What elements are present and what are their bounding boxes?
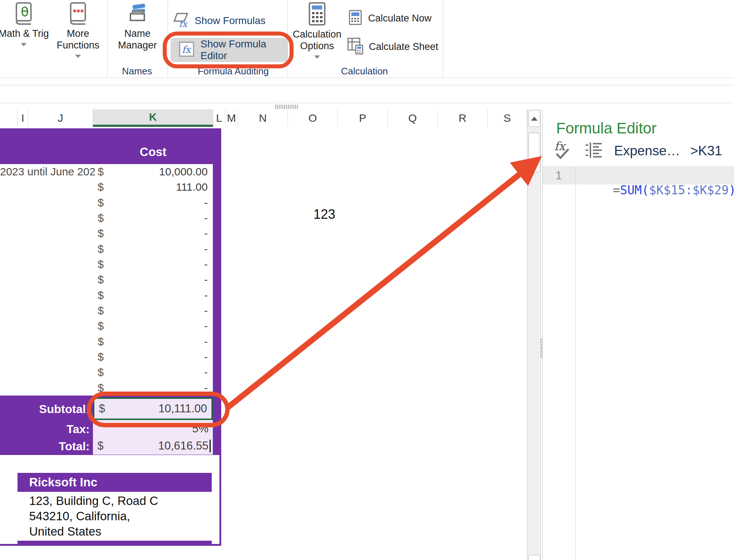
more-functions-icon [67,1,89,28]
invoice-row[interactable]: $- [0,303,213,318]
invoice-row-currency: $ [98,288,104,303]
formula-editor-toolbar: fx Expense…>K31 [554,141,722,161]
subtotal-label-cell[interactable]: Subtotal: [0,402,90,416]
vertical-scrollbar[interactable] [527,109,541,560]
calculate-now-button[interactable]: Calculate Now [348,9,432,27]
tax-value-cell[interactable]: 5% [93,420,213,437]
invoice-row-label [0,257,95,272]
invoice-row[interactable]: $- [0,365,213,380]
column-header-J[interactable]: J [28,109,93,127]
column-header-partial[interactable] [0,109,17,127]
column-header-M[interactable]: M [225,109,238,127]
calculate-now-label: Calculate Now [368,12,432,24]
cell-reference[interactable]: Expense…>K31 [614,143,722,159]
invoice-row[interactable]: $- [0,241,213,257]
invoice-row-label [0,241,95,257]
column-header-L[interactable]: L [213,109,225,127]
calculate-sheet-icon [347,37,364,56]
invoice-row-value: - [109,349,208,365]
invoice-row-value: - [109,380,208,396]
invoice-row-label [0,288,95,303]
column-header-O[interactable]: O [288,109,338,127]
sheet-area[interactable]: Cost 2023 until June 2023$10,000.00$111.… [0,127,527,560]
invoice-cost-header-cell[interactable]: Cost [93,128,213,164]
column-header-S[interactable]: S [488,109,527,127]
invoice-row-value: - [109,226,208,241]
subtotal-value-cell[interactable]: $ 10,111.00 [93,397,213,420]
invoice-row[interactable]: $- [0,318,213,334]
column-header-K[interactable]: K [93,109,213,127]
math-trig-button[interactable]: θ Math & Trig [0,1,51,46]
column-header-N[interactable]: N [238,109,288,127]
ribbon-divider [443,0,443,78]
invoice-row-value: - [109,210,208,226]
stray-cell[interactable]: 123 [313,207,335,222]
function-list-icon[interactable] [584,142,603,160]
invoice-row[interactable]: $- [0,380,213,396]
invoice-row[interactable]: $- [0,349,213,365]
column-header-I[interactable]: I [17,109,28,127]
svg-text:fx: fx [179,19,188,28]
ribbon-divider [168,0,168,78]
group-label-names: Names [108,66,166,77]
invoice-row-value: - [109,257,208,272]
invoice-row[interactable]: $- [0,257,213,272]
total-value-cell[interactable]: $ 10,616.55 [93,437,213,455]
subtotal-currency: $ [99,399,105,419]
invoice-row-label [0,303,95,318]
invoice-row[interactable]: $111.00 [0,179,213,195]
fx-check-icon[interactable]: fx [554,141,573,161]
invoice-row[interactable]: 2023 until June 2023$10,000.00 [0,164,213,179]
name-manager-button[interactable]: Name Manager [114,1,161,51]
column-header-P[interactable]: P [338,109,388,127]
invoice-row-label [0,334,95,349]
formula-text[interactable]: =SUM($K$15:$K$29) [584,169,734,211]
scrollbar-thumb[interactable] [528,133,540,172]
pane-split-handle[interactable] [275,105,298,109]
calculation-options-button[interactable]: Calculation Options [290,1,344,59]
invoice-row-label [0,318,95,334]
total-label-cell[interactable]: Total: [0,440,90,453]
calculate-sheet-button[interactable]: Calculate Sheet [347,37,438,56]
invoice-row-currency: $ [98,164,104,179]
invoice-row-currency: $ [98,318,104,334]
show-formula-editor-button[interactable]: fx Show Formula Editor [171,38,288,62]
company-address-line1[interactable]: 123, Building C, Road C [29,494,158,508]
company-address-line2[interactable]: 543210, California, [29,509,130,523]
invoice-row[interactable]: $- [0,334,213,349]
formula-line-number: 1 [543,169,575,182]
show-formulas-label: Show Formulas [195,15,266,27]
svg-text:fx: fx [182,44,192,55]
show-formula-editor-icon: fx [179,41,195,59]
company-address-line3[interactable]: United States [29,525,101,538]
invoice-row-label: 2023 until June 2023 [0,164,95,179]
column-header-R[interactable]: R [438,109,488,127]
invoice-row[interactable]: $- [0,210,213,226]
column-header-Q[interactable]: Q [388,109,438,127]
invoice-row-value: - [109,334,208,349]
show-formulas-button[interactable]: fx Show Formulas [173,12,266,30]
invoice-row[interactable]: $- [0,195,213,210]
invoice-row[interactable]: $- [0,272,213,287]
invoice-row-value: - [109,288,208,303]
invoice-row-value: - [109,241,208,257]
invoice-row-label [0,226,95,241]
company-name[interactable]: Ricksoft Inc [29,473,97,492]
math-trig-label: Math & Trig [0,28,51,39]
invoice-row[interactable]: $- [0,226,213,241]
invoice-row-currency: $ [98,257,104,272]
scroll-up-button[interactable] [528,110,540,127]
tax-label-cell[interactable]: Tax: [0,423,90,436]
company-underline [17,541,212,544]
svg-text:fx: fx [554,141,567,153]
formula-equals: = [613,183,620,197]
calculation-options-caret-icon [314,55,320,59]
invoice-row-currency: $ [98,380,104,396]
invoice-row[interactable]: $- [0,288,213,303]
more-functions-label: More Functions [52,28,104,51]
invoice-row-value: - [109,303,208,318]
total-value: 10,616.55 [158,437,208,455]
more-functions-button[interactable]: More Functions [52,1,104,58]
scroll-down-button[interactable] [528,555,540,560]
invoice-row-label [0,195,95,210]
